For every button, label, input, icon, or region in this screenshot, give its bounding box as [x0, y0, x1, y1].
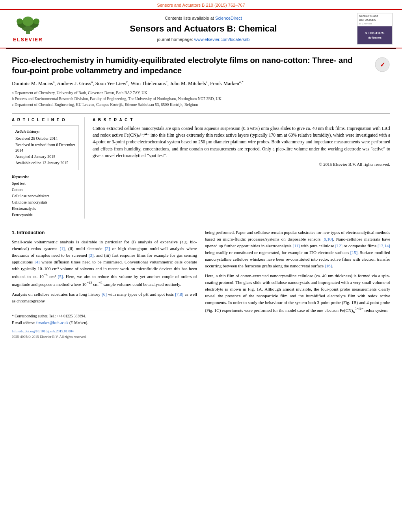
ref-3[interactable]: [3]	[89, 253, 94, 258]
footnote-block: * Corresponding author. Tel.: +44 01225 …	[12, 311, 197, 326]
doi-line: http://dx.doi.org/10.1016/j.snb.2015.01.…	[12, 329, 197, 334]
elsevier-logo: ELSEVIER	[6, 14, 50, 43]
body-left-column: 1. Introduction Small-scale voltammetric…	[12, 229, 197, 339]
ref-16[interactable]: [16]	[325, 263, 332, 268]
main-content: Pico-electrochemistry in humidity-equili…	[0, 49, 402, 346]
intro-heading: 1. Introduction	[12, 229, 197, 236]
available-online: Available online 12 January 2015	[15, 160, 75, 166]
keyword-3: Cellulose nanowhiskers	[12, 193, 79, 199]
abstract-text: Cotton-extracted cellulose nanocrystals …	[93, 125, 390, 159]
keyword-5: Electroanalysis	[12, 206, 79, 211]
article-divider	[12, 113, 390, 113]
right-paragraph-2: Here, a thin film of cotton-extracted na…	[205, 272, 390, 315]
affiliations: a Department of Chemistry, University of…	[12, 90, 390, 108]
keyword-4: Cellulose nanocrystals	[12, 200, 79, 205]
journal-title-main: Sensors and Actuators B: Chemical	[50, 23, 357, 35]
ref-13-14[interactable]: [13,14]	[378, 243, 390, 248]
intro-paragraph-1: Small-scale voltammetric analysis is des…	[12, 239, 197, 288]
sensors-actuators-logo: SENSORS and ACTUATORS B: Chemical SENSOR…	[357, 13, 393, 44]
keyword-2: Cotton	[12, 187, 79, 193]
corresponding-footnote: * Corresponding author. Tel.: +44 01225 …	[12, 313, 197, 319]
intro-paragraph-2: Analysis on cellulose substrates has a l…	[12, 291, 197, 304]
affiliation-b: b Process and Environmental Research Div…	[12, 96, 390, 102]
keyword-1: Spot test	[12, 181, 79, 186]
accepted: Accepted 4 January 2015	[15, 154, 75, 159]
article-info-abstract-row: A R T I C L E I N F O Article history: R…	[12, 117, 390, 219]
abstract-label: A B S T R A C T	[93, 117, 390, 123]
bottom-info: http://dx.doi.org/10.1016/j.snb.2015.01.…	[12, 329, 197, 339]
ref-11[interactable]: [11]	[293, 243, 300, 248]
keywords-block: Keywords: Spot test Cotton Cellulose nan…	[12, 174, 79, 218]
ref-5[interactable]: [5]	[58, 274, 63, 279]
keyword-6: Ferrocyanide	[12, 212, 79, 218]
svg-point-4	[22, 17, 34, 26]
contents-line: Contents lists available at ScienceDirec…	[50, 15, 357, 21]
elsevier-label: ELSEVIER	[13, 37, 43, 43]
paper-title-row: Pico-electrochemistry in humidity-equili…	[12, 55, 390, 76]
sensors-logo-top-text: SENSORS and ACTUATORS B: Chemical	[357, 13, 392, 26]
history-label: Article history:	[15, 129, 75, 134]
sciencedirect-link[interactable]: ScienceDirect	[215, 16, 242, 20]
ref-4[interactable]: [4]	[35, 260, 40, 264]
issn-line: 0925-4005/© 2015 Elsevier B.V. All right…	[12, 334, 197, 340]
ref-7-8[interactable]: [7,8]	[175, 292, 183, 297]
ref-15[interactable]: [15]	[350, 250, 357, 255]
ref-1[interactable]: [1]	[60, 246, 65, 251]
email-link[interactable]: f.marken@bath.ac.uk	[36, 321, 69, 325]
crossmark-badge: ✓	[374, 57, 390, 72]
body-divider	[12, 225, 390, 225]
affiliation-c: c Department of Chemical Engineering, KU…	[12, 102, 390, 108]
affiliation-a: a Department of Chemistry, University of…	[12, 90, 390, 96]
email-footnote: E-mail address: f.marken@bath.ac.uk (F. …	[12, 320, 197, 326]
right-paragraph-1: being performed. Paper and cellulose rem…	[205, 229, 390, 269]
body-two-col: 1. Introduction Small-scale voltammetric…	[12, 229, 390, 339]
svg-point-5	[17, 19, 23, 24]
sensors-logo-bottom-text: SENSORS AcTuators	[357, 26, 392, 44]
article-info-panel: A R T I C L E I N F O Article history: R…	[12, 117, 85, 219]
abstract-panel: A B S T R A C T Cotton-extracted cellulo…	[93, 117, 390, 219]
homepage-link[interactable]: www.elsevier.com/locate/snb	[194, 37, 250, 42]
svg-point-6	[33, 19, 39, 24]
received-2: Received in revised form 6 December 2014	[15, 142, 75, 153]
elsevier-tree-icon	[14, 14, 42, 36]
homepage-line: journal homepage: www.elsevier.com/locat…	[50, 37, 357, 43]
ref-9-10[interactable]: [9,10]	[322, 237, 333, 241]
body-right-column: being performed. Paper and cellulose rem…	[205, 229, 390, 339]
article-history-block: Article history: Received 25 October 201…	[12, 125, 79, 170]
received-1: Received 25 October 2014	[15, 136, 75, 141]
ref-6[interactable]: [6]	[102, 292, 107, 297]
paper-title: Pico-electrochemistry in humidity-equili…	[12, 55, 374, 76]
top-bar: Sensors and Actuators B 210 (2015) 762–7…	[0, 0, 402, 9]
abstract-copyright: © 2015 Elsevier B.V. All rights reserved…	[93, 161, 390, 167]
journal-citation: Sensors and Actuators B 210 (2015) 762–7…	[157, 3, 245, 7]
doi-link[interactable]: http://dx.doi.org/10.1016/j.snb.2015.01.…	[12, 329, 74, 333]
ref-12[interactable]: [12]	[335, 243, 342, 248]
journal-header: ELSEVIER Contents lists available at Sci…	[0, 9, 402, 48]
svg-text:✓: ✓	[380, 61, 385, 68]
authors-line: Dominic M. Maciasa, Andrew J. Grossa, So…	[12, 80, 390, 87]
article-info-label: A R T I C L E I N F O	[12, 117, 79, 123]
journal-title-block: Contents lists available at ScienceDirec…	[50, 15, 357, 43]
keywords-label: Keywords:	[12, 174, 79, 180]
ref-2[interactable]: [2]	[105, 246, 110, 251]
